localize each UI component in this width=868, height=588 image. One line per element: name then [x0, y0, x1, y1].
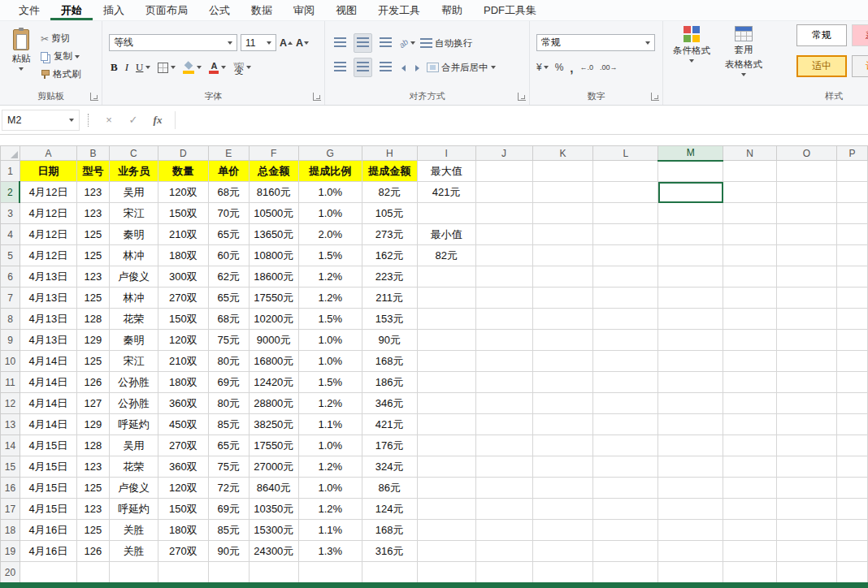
col-header-E[interactable]: E	[208, 146, 249, 161]
cell-J12[interactable]	[475, 393, 532, 414]
cell-G18[interactable]: 1.1%	[298, 520, 362, 541]
cell-G14[interactable]: 1.0%	[298, 435, 362, 456]
cell-F16[interactable]: 8640元	[249, 478, 298, 499]
cell-L1[interactable]	[593, 161, 658, 182]
cell-L16[interactable]	[593, 478, 658, 499]
cell-K12[interactable]	[532, 393, 593, 414]
cell-H14[interactable]: 176元	[362, 435, 417, 456]
cell-C10[interactable]: 宋江	[109, 351, 158, 372]
row-header-11[interactable]: 11	[1, 372, 20, 393]
cell-A19[interactable]: 4月16日	[20, 541, 76, 562]
cell-D10[interactable]: 210双	[158, 351, 208, 372]
cell-B12[interactable]: 127	[76, 393, 109, 414]
cell-M14[interactable]	[658, 435, 723, 456]
cell-A8[interactable]: 4月13日	[20, 309, 76, 330]
cell-B2[interactable]: 123	[76, 182, 109, 203]
enter-button[interactable]: ✓	[121, 114, 145, 126]
cell-A4[interactable]: 4月12日	[20, 224, 76, 245]
cell-N2[interactable]	[723, 182, 777, 203]
cell-K8[interactable]	[532, 309, 593, 330]
cell-A14[interactable]: 4月15日	[20, 435, 76, 456]
cell-H4[interactable]: 273元	[362, 224, 417, 245]
cell-F18[interactable]: 15300元	[249, 520, 298, 541]
align-center-button[interactable]	[354, 58, 372, 77]
cell-style-calculation[interactable]: 计	[852, 55, 868, 77]
cell-J6[interactable]	[475, 266, 532, 288]
cell-F11[interactable]: 12420元	[249, 372, 298, 393]
dialog-launcher-icon[interactable]	[518, 93, 526, 101]
cell-D2[interactable]: 120双	[158, 182, 208, 203]
cell-D15[interactable]: 360双	[158, 456, 208, 478]
cell-J17[interactable]	[475, 499, 532, 520]
row-header-16[interactable]: 16	[1, 478, 20, 499]
cell-J11[interactable]	[475, 372, 532, 393]
cell-I19[interactable]	[417, 541, 475, 562]
tab-插入[interactable]: 插入	[93, 0, 135, 20]
cell-E1[interactable]: 单价	[208, 161, 249, 182]
cell-M9[interactable]	[658, 330, 723, 351]
cell-L4[interactable]	[593, 224, 658, 245]
grow-font-button[interactable]: A	[280, 37, 293, 49]
cell-H10[interactable]: 168元	[362, 351, 417, 372]
cell-L10[interactable]	[593, 351, 658, 372]
cell-M18[interactable]	[658, 520, 723, 541]
cell-D1[interactable]: 数量	[158, 161, 208, 182]
cell-G17[interactable]: 1.2%	[298, 499, 362, 520]
row-header-1[interactable]: 1	[1, 161, 20, 182]
tab-公式[interactable]: 公式	[198, 0, 241, 20]
cell-B18[interactable]: 125	[76, 520, 109, 541]
cell-M13[interactable]	[658, 414, 723, 435]
cell-O15[interactable]	[777, 456, 837, 478]
cell-F4[interactable]: 13650元	[249, 224, 298, 245]
cell-O1[interactable]	[777, 161, 837, 182]
cell-L9[interactable]	[593, 330, 658, 351]
cell-F8[interactable]: 10200元	[249, 309, 298, 330]
tab-PDF工具集[interactable]: PDF工具集	[473, 0, 547, 20]
col-header-F[interactable]: F	[249, 146, 298, 161]
cell-G4[interactable]: 2.0%	[298, 224, 362, 245]
cell-J4[interactable]	[475, 224, 532, 245]
cell-N12[interactable]	[723, 393, 777, 414]
cell-A20[interactable]	[20, 562, 76, 583]
cell-O16[interactable]	[777, 478, 837, 499]
cell-D4[interactable]: 210双	[158, 224, 208, 245]
cell-L5[interactable]	[593, 245, 658, 266]
cell-M17[interactable]	[658, 499, 723, 520]
cell-M4[interactable]	[658, 224, 723, 245]
cell-L8[interactable]	[593, 309, 658, 330]
row-header-9[interactable]: 9	[1, 330, 20, 351]
cell-K9[interactable]	[532, 330, 593, 351]
cell-F9[interactable]: 9000元	[249, 330, 298, 351]
cell-P8[interactable]	[836, 309, 867, 330]
cell-C6[interactable]: 卢俊义	[109, 266, 158, 288]
cell-O7[interactable]	[777, 288, 837, 309]
cell-K20[interactable]	[532, 562, 593, 583]
row-header-2[interactable]: 2	[1, 182, 20, 203]
cell-G20[interactable]	[298, 562, 362, 583]
cell-O20[interactable]	[777, 562, 837, 583]
cell-I13[interactable]	[417, 414, 475, 435]
cell-J8[interactable]	[475, 309, 532, 330]
cell-F15[interactable]: 27000元	[249, 456, 298, 478]
increase-indent-button[interactable]	[413, 58, 422, 76]
row-header-3[interactable]: 3	[1, 203, 20, 224]
cell-M3[interactable]	[658, 203, 723, 224]
shrink-font-button[interactable]: A	[296, 37, 309, 49]
cell-P12[interactable]	[836, 393, 867, 414]
cell-H17[interactable]: 124元	[362, 499, 417, 520]
row-header-6[interactable]: 6	[1, 266, 20, 288]
cell-C14[interactable]: 吴用	[109, 435, 158, 456]
cell-O17[interactable]	[777, 499, 837, 520]
cell-B15[interactable]: 123	[76, 456, 109, 478]
cell-A7[interactable]: 4月13日	[20, 288, 76, 309]
cell-J10[interactable]	[475, 351, 532, 372]
cell-K6[interactable]	[532, 266, 593, 288]
cell-M1[interactable]	[658, 161, 723, 182]
cell-A2[interactable]: 4月12日	[20, 182, 76, 203]
cell-K5[interactable]	[532, 245, 593, 266]
cell-P13[interactable]	[836, 414, 867, 435]
cell-E9[interactable]: 75元	[208, 330, 249, 351]
cell-L17[interactable]	[593, 499, 658, 520]
cell-H2[interactable]: 82元	[362, 182, 417, 203]
cell-P3[interactable]	[836, 203, 867, 224]
